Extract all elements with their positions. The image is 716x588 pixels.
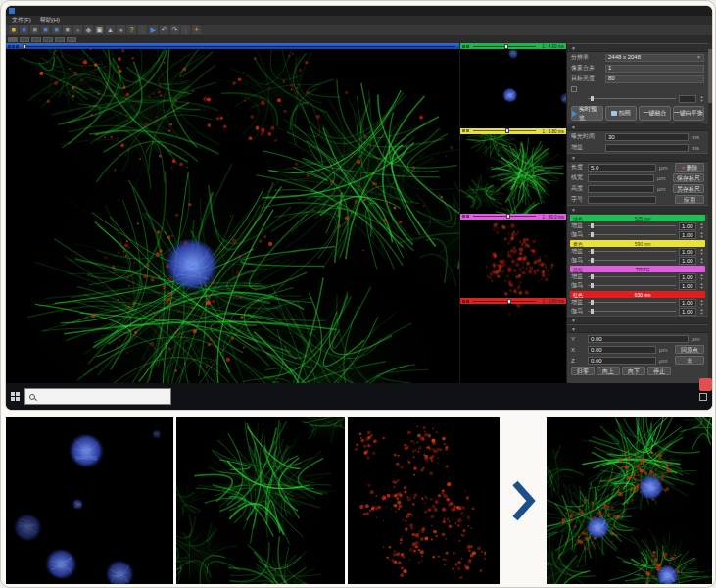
value-field[interactable] (588, 185, 654, 193)
capture-button[interactable]: 一键白平衡 (673, 106, 705, 121)
scalebar-action-button[interactable]: 保存标尺 (673, 173, 704, 182)
channel-slider-handle[interactable] (505, 128, 509, 133)
image-tab[interactable] (67, 37, 76, 42)
gamma-slider[interactable] (588, 260, 676, 261)
channel-slider-handle[interactable] (507, 299, 511, 304)
stage-jog-button[interactable]: 归零 (571, 367, 595, 375)
stage-position-field[interactable]: 0.00 (588, 357, 656, 365)
gain-value-field[interactable]: 1.00 (679, 299, 696, 307)
gamma-slider[interactable] (588, 311, 676, 312)
gain-slider[interactable] (588, 225, 676, 226)
separator[interactable]: | (138, 25, 147, 34)
exposure-slider-handle[interactable] (591, 96, 594, 101)
main-slider-handle[interactable] (23, 44, 26, 49)
spinner-icon[interactable]: ▲▼ (699, 248, 704, 256)
grid-icon[interactable]: ▣ (95, 25, 104, 34)
image-icon-2[interactable]: ■ (52, 25, 61, 34)
scalebar-action-button[interactable]: 应用 (675, 195, 704, 204)
spinner-icon[interactable]: ▲▼ (699, 231, 704, 239)
panel-scrollbar[interactable] (708, 43, 712, 383)
thumb-canvas-4[interactable] (460, 304, 566, 383)
gamma-slider[interactable] (588, 285, 676, 286)
value-field[interactable]: 5.0 (588, 164, 656, 172)
slider-track[interactable] (473, 130, 536, 131)
auto-exposure-checkbox[interactable] (571, 86, 577, 92)
channel-slider-handle[interactable] (506, 214, 510, 219)
notification-center-icon[interactable] (699, 393, 707, 401)
stage-action-button[interactable]: 回原点 (675, 345, 704, 354)
exposure-value-field[interactable] (679, 95, 696, 103)
gain-slider[interactable] (588, 302, 676, 303)
display-section-header[interactable]: ▼ (567, 316, 708, 324)
redo-icon[interactable]: ↷ (170, 25, 179, 34)
gamma-value-field[interactable]: 1.00 (679, 231, 696, 239)
value-field[interactable] (605, 144, 689, 152)
value-field[interactable] (588, 174, 654, 182)
value-field[interactable]: 30 (605, 133, 689, 141)
gain-value-field[interactable]: 1.00 (679, 273, 696, 281)
gain-slider-handle[interactable] (591, 223, 594, 228)
save-icon[interactable]: ■ (20, 25, 28, 34)
gamma-slider-handle[interactable] (591, 283, 594, 288)
capture-button[interactable]: 实时预览 (571, 106, 603, 121)
gamma-value-field[interactable]: 1.00 (679, 282, 696, 290)
channel-color-bar[interactable]: 品红 TRITC (570, 266, 705, 272)
help-icon[interactable]: ? (127, 25, 136, 34)
flag-icon[interactable]: ▶ (149, 25, 158, 34)
camera-setting-field[interactable]: 2448 x 2048▼ (605, 54, 704, 62)
camera-setting-field[interactable]: 1 (605, 65, 704, 73)
channels-section-header[interactable]: ▼ (567, 205, 708, 214)
scalebar-action-button[interactable]: × 删除 (675, 163, 704, 172)
thumb-canvas-2[interactable] (460, 134, 566, 214)
slider-track[interactable] (23, 46, 455, 47)
gamma-value-field[interactable]: 1.00 (679, 257, 696, 265)
gain-slider-handle[interactable] (591, 300, 594, 305)
scalebar-section-header[interactable]: ▼ (567, 153, 708, 162)
taskbar-search-input[interactable] (24, 388, 171, 405)
channel-color-bar[interactable]: 黄色 590 nm (570, 240, 705, 247)
spinner-icon[interactable]: ▲▼ (699, 282, 704, 290)
channel-slider-handle[interactable] (504, 44, 508, 49)
undo-icon[interactable]: ↶ (160, 25, 168, 34)
spinner-icon[interactable]: ▲▼ (699, 257, 704, 265)
slider-track[interactable] (473, 216, 536, 217)
scalebar-action-button[interactable]: 另存标尺 (673, 184, 704, 193)
gain-value-field[interactable]: 1.00 (679, 248, 696, 256)
camera-section-header[interactable]: ▼ (567, 43, 708, 52)
stage-jog-button[interactable]: 停止 (647, 367, 671, 375)
gamma-slider[interactable] (588, 234, 676, 235)
gain-value-field[interactable]: 1.00 (679, 222, 696, 230)
camera-icon[interactable]: ■ (30, 25, 39, 34)
spinner-icon[interactable]: ▲▼ (699, 308, 704, 316)
capture-button[interactable]: 一键融合 (639, 106, 671, 121)
capture-button[interactable]: 拍照 (605, 106, 638, 121)
camera-setting-field[interactable]: 80 (605, 75, 704, 83)
menu-item[interactable]: 文件(F) (12, 16, 31, 24)
annotate-pen-icon[interactable]: ▲ (106, 25, 115, 34)
thumb-canvas-3[interactable] (460, 220, 566, 299)
stage-section-header[interactable]: ▼ (567, 324, 708, 333)
copy-icon[interactable]: ■ (63, 25, 72, 34)
channel-color-bar[interactable]: 红色 630 nm (570, 291, 705, 298)
gamma-value-field[interactable]: 1.00 (679, 308, 696, 316)
record-icon[interactable]: ● (73, 25, 82, 34)
image-icon-1[interactable]: ■ (41, 25, 50, 34)
gain-slider[interactable] (588, 251, 676, 252)
gain-slider-handle[interactable] (591, 274, 594, 279)
stage-jog-button[interactable]: 向上 (597, 367, 620, 375)
image-tab[interactable] (20, 37, 29, 42)
value-field[interactable] (588, 196, 656, 204)
overlay-close-button[interactable] (699, 378, 712, 391)
open-folder-icon[interactable]: ■ (9, 25, 18, 34)
slider-track[interactable] (473, 301, 536, 302)
settings-gear-icon[interactable]: ● (117, 25, 125, 34)
crosshair-icon[interactable]: + (192, 25, 201, 34)
measure-icon[interactable]: ◆ (84, 25, 93, 34)
image-tab[interactable] (43, 37, 53, 42)
main-image-canvas[interactable] (6, 49, 459, 383)
gain-slider-handle[interactable] (591, 249, 594, 254)
stage-position-field[interactable]: 0.00 (588, 335, 689, 343)
stage-action-button[interactable]: 去 (675, 356, 704, 365)
separator[interactable]: | (181, 25, 190, 34)
gamma-slider-handle[interactable] (591, 258, 594, 263)
